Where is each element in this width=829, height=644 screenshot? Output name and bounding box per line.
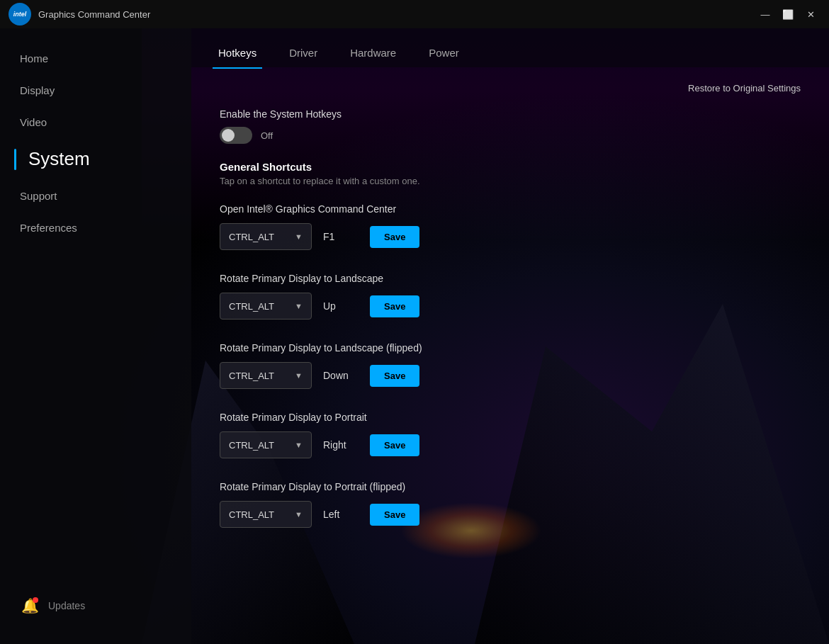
general-shortcuts-title: General Shortcuts — [220, 161, 801, 173]
shortcut-rotate-landscape: Rotate Primary Display to Landscape CTRL… — [220, 273, 801, 320]
tab-driver[interactable]: Driver — [283, 38, 323, 69]
shortcut-rotate-landscape-key: Up — [323, 300, 359, 312]
shortcut-rotate-portrait-flip-modifier[interactable]: CTRL_ALT ▼ — [220, 501, 312, 528]
tab-hardware[interactable]: Hardware — [344, 38, 402, 69]
sidebar-item-system[interactable]: System — [0, 138, 191, 180]
chevron-down-icon: ▼ — [295, 232, 303, 241]
app-title: Graphics Command Center — [38, 9, 150, 20]
chevron-down-icon: ▼ — [295, 371, 303, 380]
chevron-down-icon: ▼ — [295, 510, 303, 519]
shortcut-rotate-portrait: Rotate Primary Display to Portrait CTRL_… — [220, 412, 801, 458]
sidebar-item-support[interactable]: Support — [0, 180, 191, 212]
toggle-state-text: Off — [261, 130, 273, 141]
enable-toggle-label: Enable the System Hotkeys — [220, 108, 801, 120]
general-shortcuts-desc: Tap on a shortcut to replace it with a c… — [220, 176, 801, 186]
maximize-button[interactable]: ⬜ — [778, 6, 798, 23]
sidebar: Home Display Video System Support Prefer… — [0, 28, 191, 644]
shortcut-open-igcc-label: Open Intel® Graphics Command Center — [220, 203, 801, 215]
main-content: Hotkeys Driver Hardware Power Restore to… — [191, 28, 829, 644]
chevron-down-icon: ▼ — [295, 441, 303, 449]
minimize-button[interactable]: — — [755, 6, 775, 23]
restore-link[interactable]: Restore to Original Settings — [220, 81, 801, 94]
tab-power[interactable]: Power — [423, 38, 465, 69]
close-button[interactable]: ✕ — [801, 6, 820, 23]
restore-anchor[interactable]: Restore to Original Settings — [688, 83, 801, 94]
sidebar-nav: Home Display Video System Support Prefer… — [0, 43, 191, 582]
notification-dot — [33, 597, 38, 603]
sidebar-item-video[interactable]: Video — [0, 106, 191, 138]
shortcut-rotate-portrait-flip: Rotate Primary Display to Portrait (flip… — [220, 481, 801, 528]
shortcut-rotate-portrait-save[interactable]: Save — [370, 434, 419, 456]
toggle-thumb — [222, 129, 235, 142]
shortcut-rotate-portrait-flip-label: Rotate Primary Display to Portrait (flip… — [220, 481, 801, 492]
shortcut-rotate-portrait-modifier[interactable]: CTRL_ALT ▼ — [220, 431, 312, 458]
tabs-bar: Hotkeys Driver Hardware Power — [191, 28, 829, 67]
tab-hotkeys[interactable]: Hotkeys — [213, 38, 262, 69]
shortcut-rotate-landscape-flip-modifier[interactable]: CTRL_ALT ▼ — [220, 362, 312, 389]
shortcut-rotate-landscape-modifier[interactable]: CTRL_ALT ▼ — [220, 293, 312, 320]
notification-bell[interactable]: 🔔 — [20, 596, 40, 616]
chevron-down-icon: ▼ — [295, 302, 303, 310]
shortcut-open-igcc-key: F1 — [323, 231, 359, 242]
sidebar-item-home[interactable]: Home — [0, 43, 191, 74]
shortcut-rotate-landscape-label: Rotate Primary Display to Landscape — [220, 273, 801, 284]
shortcut-rotate-portrait-label: Rotate Primary Display to Portrait — [220, 412, 801, 423]
content-area: Restore to Original Settings Enable the … — [191, 67, 829, 644]
sidebar-item-display[interactable]: Display — [0, 74, 191, 106]
shortcut-open-igcc: Open Intel® Graphics Command Center CTRL… — [220, 203, 801, 250]
shortcut-rotate-portrait-key: Right — [323, 439, 359, 451]
shortcut-rotate-portrait-flip-save[interactable]: Save — [370, 504, 419, 526]
shortcut-open-igcc-controls: CTRL_ALT ▼ F1 Save — [220, 223, 801, 250]
shortcut-rotate-portrait-flip-controls: CTRL_ALT ▼ Left Save — [220, 501, 801, 528]
shortcut-rotate-portrait-controls: CTRL_ALT ▼ Right Save — [220, 431, 801, 458]
title-bar: intel Graphics Command Center — ⬜ ✕ — [0, 0, 829, 28]
enable-hotkeys-toggle[interactable] — [220, 127, 252, 144]
shortcut-rotate-portrait-flip-key: Left — [323, 509, 359, 520]
sidebar-bottom: 🔔 Updates — [0, 582, 191, 630]
shortcut-rotate-landscape-flip-label: Rotate Primary Display to Landscape (fli… — [220, 342, 801, 354]
sidebar-item-preferences[interactable]: Preferences — [0, 212, 191, 244]
shortcut-rotate-landscape-save[interactable]: Save — [370, 295, 419, 317]
toggle-row: Off — [220, 127, 801, 144]
shortcut-rotate-landscape-flip-key: Down — [323, 370, 359, 381]
window-controls: — ⬜ ✕ — [755, 6, 820, 23]
updates-label: Updates — [48, 600, 85, 611]
intel-logo-icon: intel — [9, 3, 31, 26]
app-body: Home Display Video System Support Prefer… — [0, 28, 829, 644]
toggle-section: Enable the System Hotkeys Off — [220, 108, 801, 144]
shortcut-rotate-landscape-flip-controls: CTRL_ALT ▼ Down Save — [220, 362, 801, 389]
shortcut-rotate-landscape-flip: Rotate Primary Display to Landscape (fli… — [220, 342, 801, 389]
shortcut-open-igcc-modifier[interactable]: CTRL_ALT ▼ — [220, 223, 312, 250]
shortcut-open-igcc-save[interactable]: Save — [370, 226, 419, 248]
title-bar-left: intel Graphics Command Center — [9, 3, 150, 26]
shortcut-rotate-landscape-flip-save[interactable]: Save — [370, 365, 419, 387]
shortcut-rotate-landscape-controls: CTRL_ALT ▼ Up Save — [220, 293, 801, 320]
